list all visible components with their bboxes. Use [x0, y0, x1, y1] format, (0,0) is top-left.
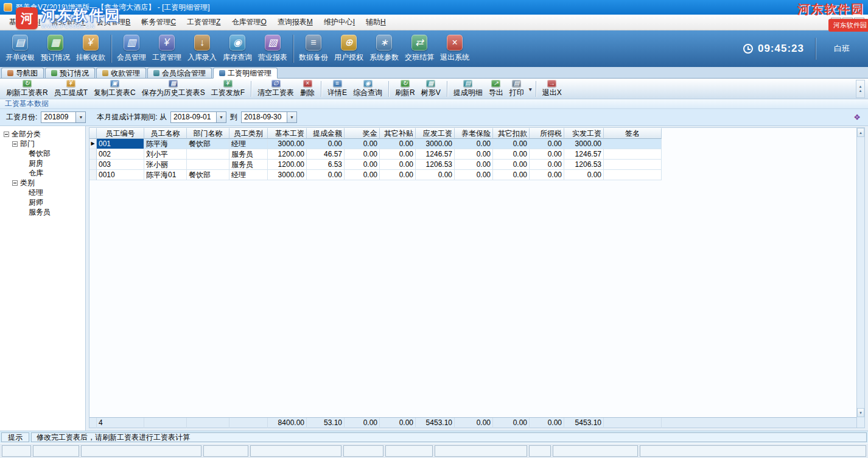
table-row[interactable]: 0010陈平海01餐饮部经理3000.000.000.000.000.000.0… [89, 170, 662, 180]
tab[interactable]: 工资明细管理 [213, 68, 278, 79]
tab[interactable]: 预订情况 [45, 68, 95, 78]
mdi-minimize-icon[interactable]: — [831, 18, 841, 27]
toolbar-button[interactable]: ¥ 工资管理 [149, 33, 184, 65]
ribbon-button[interactable]: ▦ 树形V [418, 79, 444, 99]
tab[interactable]: 会员综合管理 [147, 68, 212, 78]
toolbar-button[interactable]: × 退出系统 [437, 33, 472, 65]
toolbar-button[interactable]: ▦ 预订情况 [38, 33, 73, 65]
toolbar-button[interactable]: ≡ 数据备份 [296, 33, 331, 65]
mdi-restore-icon[interactable]: ▢ [842, 18, 853, 27]
ribbon-button[interactable]: ↻ 刷新R [392, 79, 418, 99]
toolbar-button[interactable]: ▤ 开单收银 [2, 33, 38, 65]
tree-node[interactable]: 厨师 [0, 197, 85, 207]
combo-arrow-icon[interactable] [287, 112, 296, 122]
grid-vertical-scrollbar[interactable] [856, 128, 864, 428]
tree-expander-icon[interactable] [12, 180, 18, 186]
table-row[interactable]: 002刘小平服务员1200.0046.570.000.001246.570.00… [89, 149, 662, 160]
scroll-up-icon[interactable] [857, 128, 864, 137]
ribbon-button[interactable]: ¥ 工资发放F [208, 79, 248, 99]
titlebar[interactable]: 聚美食V7(2018)增强版—【鑫龙湾大酒店】 - [工资明细管理] — ▢ × [0, 0, 868, 15]
tree-node[interactable]: 餐饮部 [0, 149, 85, 158]
column-header[interactable]: 养老保险 [455, 128, 493, 139]
tree-node[interactable]: 全部分类 [0, 129, 85, 139]
ribbon-button[interactable] [318, 79, 324, 99]
toolbar-button[interactable]: ⊕ 用户授权 [331, 33, 366, 65]
menu-item[interactable]: 查询报表M [272, 15, 318, 30]
ribbon-button[interactable] [444, 79, 450, 99]
ribbon-button[interactable]: ▣ 复制工资表C [91, 79, 139, 99]
menu-item[interactable]: 工资管理Z [181, 15, 226, 30]
column-header[interactable]: 员工编号 [97, 128, 144, 139]
column-header[interactable]: 部门名称 [187, 128, 229, 139]
ribbon-button[interactable] [248, 79, 254, 99]
toolbar-button[interactable]: ◉ 库存查询 [220, 33, 255, 65]
column-header[interactable]: 所得税 [530, 128, 564, 139]
toolbar-button[interactable] [108, 35, 114, 63]
ribbon-button[interactable]: ▤ 打印 [506, 79, 533, 99]
tree-node[interactable]: 仓库 [0, 168, 85, 178]
tree-node[interactable]: 厨房 [0, 158, 85, 168]
menu-item[interactable]: 帐务管理C [136, 15, 181, 30]
ribbon-button[interactable]: → 退出X [539, 79, 565, 99]
tree-expander-icon[interactable] [4, 132, 9, 137]
minimize-icon[interactable]: — [810, 1, 828, 13]
tab[interactable]: 导航图 [1, 68, 44, 78]
salary-month-select[interactable]: 201809 [41, 111, 86, 123]
menu-item[interactable]: 辅助H [360, 15, 391, 30]
column-header[interactable]: 应发工资 [416, 128, 455, 139]
toolbar-button[interactable]: ∗ 系统参数 [366, 33, 402, 65]
toolbar-button[interactable]: ↓ 入库录入 [184, 33, 220, 65]
column-header[interactable]: 其它扣款 [493, 128, 530, 139]
maximize-icon[interactable]: ▢ [828, 1, 846, 13]
column-header[interactable]: 提成金额 [307, 128, 345, 139]
ribbon-button[interactable]: ↻ 刷新工资表R [3, 79, 51, 99]
ribbon-button[interactable]: × 删除 [297, 79, 318, 99]
tree-expander-icon[interactable] [12, 141, 18, 147]
combo-arrow-icon[interactable] [216, 112, 226, 122]
help-book-icon[interactable] [852, 113, 862, 122]
ribbon-button[interactable]: ▤ 提成明细 [450, 79, 486, 99]
column-header[interactable]: 签名 [604, 128, 662, 139]
ribbon-button[interactable]: ∅ 清空工资表 [254, 79, 297, 99]
ribbon-button[interactable]: ¥ 员工提成T [51, 79, 91, 99]
mdi-close-icon[interactable]: × [854, 18, 864, 27]
column-header[interactable]: 实发工资 [564, 128, 604, 139]
toolbar-button[interactable]: ▧ 营业报表 [255, 33, 290, 65]
ribbon-button[interactable]: ↗ 导出 [486, 79, 506, 99]
menu-item[interactable]: 会员管理B [91, 15, 136, 30]
ribbon-button[interactable]: ▦ 保存为历史工资表S [139, 79, 208, 99]
tree-node[interactable]: 类别 [0, 178, 85, 188]
column-header[interactable]: 奖金 [345, 128, 380, 139]
tree-node[interactable]: 部门 [0, 139, 85, 149]
menu-item[interactable]: 营业管理Y [46, 15, 91, 30]
table-row[interactable]: ▶001陈平海餐饮部经理3000.000.000.000.003000.000.… [89, 139, 662, 149]
dropdown-arrow-icon[interactable] [529, 85, 532, 93]
column-header[interactable]: 基本工资 [268, 128, 307, 139]
menu-item[interactable]: 维护中心I [318, 15, 360, 30]
scroll-down-icon[interactable] [857, 408, 864, 417]
period-to-select[interactable]: 2018-09-30 [241, 111, 297, 123]
column-header[interactable]: 员工类别 [229, 128, 268, 139]
table-cell: 1200.00 [268, 160, 307, 170]
column-header[interactable]: 其它补贴 [380, 128, 416, 139]
period-from-select[interactable]: 2018-09-01 [170, 111, 226, 123]
menu-item[interactable]: 仓库管理O [226, 15, 271, 30]
ribbon-button[interactable] [385, 79, 392, 99]
combo-arrow-icon[interactable] [75, 112, 85, 122]
toolbar-button[interactable]: ▥ 会员管理 [114, 33, 149, 65]
close-icon[interactable]: × [846, 1, 864, 13]
tree-node[interactable]: 服务员 [0, 207, 85, 217]
toolbar-button[interactable]: ¥ 挂帐收款 [73, 33, 108, 65]
footer-cell: 0.00 [345, 418, 380, 428]
toolbar-button[interactable]: ⇄ 交班结算 [402, 33, 437, 65]
ribbon-button[interactable]: ≡ 详情E [324, 79, 350, 99]
ribbon-button[interactable] [533, 79, 539, 99]
column-header[interactable]: 员工名称 [144, 128, 187, 139]
tree-node[interactable]: 经理 [0, 188, 85, 197]
tab[interactable]: 收款管理 [96, 68, 146, 78]
scrollbar-up-icon[interactable] [856, 80, 865, 98]
menu-item[interactable]: 基础资料I [4, 15, 46, 30]
table-row[interactable]: 003张小丽服务员1200.006.530.000.001206.530.000… [89, 160, 662, 170]
toolbar-button[interactable] [290, 35, 296, 63]
ribbon-button[interactable]: ◉ 综合查询 [350, 79, 385, 99]
